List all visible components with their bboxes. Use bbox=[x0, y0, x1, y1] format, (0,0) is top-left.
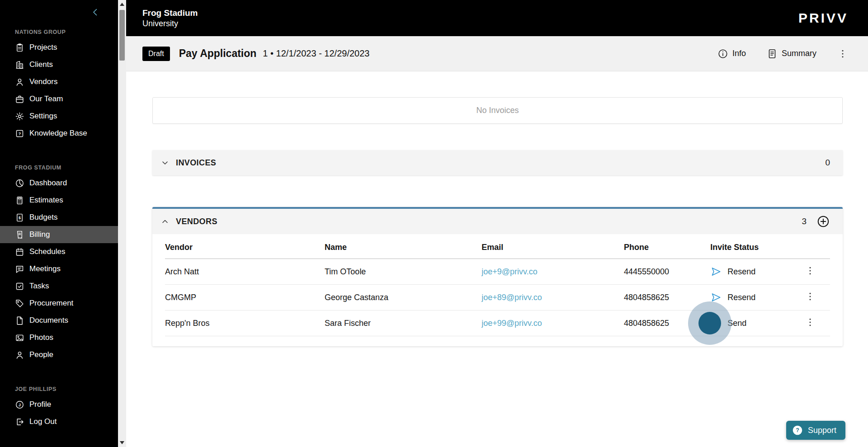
invite-status-cell: Resend bbox=[710, 259, 805, 285]
send-invite-button[interactable]: Send bbox=[710, 317, 805, 329]
sidebar-item-label: Our Team bbox=[29, 94, 63, 104]
settings-icon bbox=[15, 112, 24, 121]
budgets-icon: $ bbox=[15, 213, 24, 222]
send-icon[interactable] bbox=[710, 292, 722, 303]
invoices-section-header[interactable]: INVOICES 0 bbox=[152, 150, 843, 175]
procurement-icon bbox=[15, 299, 24, 308]
sidebar-item-vendors[interactable]: Vendors bbox=[0, 73, 118, 90]
sidebar-item-photos[interactable]: Photos bbox=[0, 329, 118, 346]
info-button[interactable]: Info bbox=[717, 48, 746, 59]
invite-action-label: Resend bbox=[727, 293, 755, 302]
resend-invite-button[interactable]: Resend bbox=[710, 266, 805, 278]
column-header-vendor: Vendor bbox=[165, 234, 325, 259]
sidebar-item-label: People bbox=[29, 350, 53, 359]
projects-icon bbox=[15, 43, 24, 52]
page-title: Pay Application bbox=[179, 47, 257, 60]
email-link[interactable]: joe+99@privv.co bbox=[481, 319, 542, 328]
svg-text:?: ? bbox=[796, 427, 799, 433]
sidebar-item-label: Dashboard bbox=[29, 179, 67, 188]
sidebar-item-label: Tasks bbox=[29, 282, 49, 291]
collapse-sidebar-icon[interactable] bbox=[90, 7, 101, 18]
sidebar-item-label: Profile bbox=[29, 400, 51, 409]
page-meta: 1 • 12/1/2023 - 12/29/2023 bbox=[263, 48, 369, 59]
scroll-down-arrow-icon[interactable] bbox=[120, 441, 124, 444]
sidebar-item-clients[interactable]: Clients bbox=[0, 56, 118, 73]
project-title-block: Frog Stadium University bbox=[142, 8, 198, 28]
clients-icon bbox=[15, 60, 24, 70]
sidebar-item-procurement[interactable]: Procurement bbox=[0, 295, 118, 312]
resend-invite-button[interactable]: Resend bbox=[710, 292, 805, 303]
sidebar-section-label: FROG STADIUM bbox=[0, 160, 118, 174]
add-vendor-button[interactable] bbox=[816, 215, 830, 228]
summary-button[interactable]: Summary bbox=[767, 48, 816, 59]
phone-cell: 4804858625 bbox=[624, 311, 710, 336]
sidebar-item-our-team[interactable]: Our Team bbox=[0, 90, 118, 108]
knowledge-base-icon: ? bbox=[15, 129, 24, 138]
column-header-invite-status: Invite Status bbox=[710, 234, 805, 259]
pay-application-toolbar: Draft Pay Application 1 • 12/1/2023 - 12… bbox=[126, 36, 868, 71]
vendors-table: Vendor Name Email Phone Invite Status Ar… bbox=[165, 234, 830, 336]
row-menu-icon[interactable] bbox=[805, 291, 816, 302]
sidebar-item-profile[interactable]: J Profile bbox=[0, 396, 118, 413]
column-header-actions bbox=[805, 234, 830, 259]
main-area: Frog Stadium University PRIVV Draft Pay … bbox=[126, 0, 868, 447]
email-link[interactable]: joe+89@privv.co bbox=[481, 293, 542, 302]
sidebar-item-budgets[interactable]: $ Budgets bbox=[0, 209, 118, 226]
sidebar-item-estimates[interactable]: Estimates bbox=[0, 192, 118, 209]
status-badge: Draft bbox=[142, 47, 170, 61]
sidebar-item-label: Schedules bbox=[29, 247, 65, 256]
scroll-up-arrow-icon[interactable] bbox=[120, 3, 124, 6]
overflow-menu-icon[interactable] bbox=[837, 48, 848, 59]
column-header-phone: Phone bbox=[624, 234, 710, 259]
sidebar-item-documents[interactable]: Documents bbox=[0, 312, 118, 329]
row-menu-icon[interactable] bbox=[805, 265, 816, 276]
sidebar-item-meetings[interactable]: Meetings bbox=[0, 260, 118, 278]
vendor-cell: Repp'n Bros bbox=[165, 311, 325, 336]
sidebar-item-label: Documents bbox=[29, 316, 68, 325]
invite-status-cell: Send bbox=[710, 311, 805, 336]
top-header: Frog Stadium University PRIVV bbox=[126, 0, 868, 36]
email-cell: joe+99@privv.co bbox=[481, 311, 624, 336]
schedules-icon bbox=[15, 247, 24, 257]
support-button[interactable]: ? Support bbox=[786, 421, 845, 440]
name-cell: Tim OToole bbox=[325, 259, 481, 285]
sidebar-item-label: Clients bbox=[29, 60, 53, 69]
vendors-section-header[interactable]: VENDORS 3 bbox=[152, 209, 843, 234]
sidebar-item-label: Photos bbox=[29, 333, 53, 342]
name-cell: George Castanza bbox=[325, 285, 481, 311]
sidebar-section-label: NATIONS GROUP bbox=[0, 24, 118, 39]
sidebar-item-tasks[interactable]: Tasks bbox=[0, 278, 118, 295]
sidebar-item-label: Knowledge Base bbox=[29, 129, 87, 138]
svg-text:J: J bbox=[19, 402, 21, 407]
sidebar-item-billing[interactable]: Billing bbox=[0, 226, 118, 243]
help-icon: ? bbox=[792, 424, 803, 436]
sidebar-item-settings[interactable]: Settings bbox=[0, 108, 118, 125]
sidebar-collapse-row bbox=[0, 0, 118, 24]
svg-text:?: ? bbox=[19, 132, 21, 136]
row-actions-cell bbox=[805, 311, 830, 336]
scrollbar-track[interactable] bbox=[118, 0, 126, 447]
chevron-down-icon[interactable] bbox=[160, 157, 170, 168]
send-icon[interactable] bbox=[710, 317, 722, 329]
vendors-icon bbox=[15, 77, 24, 87]
sidebar-item-label: Vendors bbox=[29, 77, 57, 86]
send-icon[interactable] bbox=[710, 266, 722, 278]
row-menu-icon[interactable] bbox=[805, 317, 816, 328]
sidebar-item-projects[interactable]: Projects bbox=[0, 39, 118, 56]
sidebar-item-dashboard[interactable]: Dashboard bbox=[0, 174, 118, 192]
sidebar-item-people[interactable]: People bbox=[0, 346, 118, 363]
row-actions-cell bbox=[805, 285, 830, 311]
email-cell: joe+9@privv.co bbox=[481, 259, 624, 285]
email-link[interactable]: joe+9@privv.co bbox=[481, 267, 538, 276]
svg-text:$: $ bbox=[19, 215, 21, 220]
scrollbar-thumb[interactable] bbox=[119, 10, 125, 61]
sidebar-item-knowledge-base[interactable]: ? Knowledge Base bbox=[0, 125, 118, 142]
sidebar-item-schedules[interactable]: Schedules bbox=[0, 243, 118, 260]
people-icon bbox=[15, 350, 24, 360]
info-label: Info bbox=[732, 49, 746, 58]
chevron-up-icon[interactable] bbox=[160, 216, 170, 227]
summary-icon bbox=[767, 48, 778, 59]
meetings-icon bbox=[15, 264, 24, 274]
sidebar-item-log-out[interactable]: Log Out bbox=[0, 413, 118, 430]
sidebar-item-label: Log Out bbox=[29, 417, 57, 426]
